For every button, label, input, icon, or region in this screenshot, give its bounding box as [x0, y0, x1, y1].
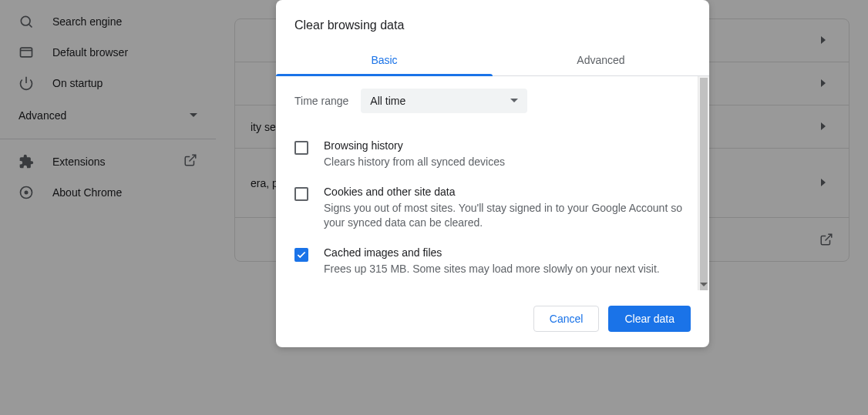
- cancel-button[interactable]: Cancel: [533, 306, 600, 332]
- scrollbar-track[interactable]: [698, 76, 709, 290]
- time-range-label: Time range: [294, 95, 348, 107]
- clear-data-button[interactable]: Clear data: [608, 306, 691, 332]
- option-description: Frees up 315 MB. Some sites may load mor…: [324, 262, 691, 277]
- scrollbar-thumb[interactable]: [700, 78, 708, 290]
- dialog-body: Time range All time Browsing history Cle…: [276, 76, 709, 290]
- dropdown-caret-icon: [510, 95, 518, 107]
- option-text: Browsing history Clears history from all…: [324, 139, 691, 170]
- option-description: Signs you out of most sites. You'll stay…: [324, 201, 691, 231]
- scrollbar-down-icon[interactable]: [698, 279, 709, 290]
- clear-browsing-data-dialog: Clear browsing data Basic Advanced Time …: [276, 0, 709, 347]
- time-range-select[interactable]: All time: [361, 89, 527, 113]
- option-browsing-history: Browsing history Clears history from all…: [294, 132, 691, 178]
- tab-advanced[interactable]: Advanced: [493, 45, 709, 75]
- option-text: Cached images and files Frees up 315 MB.…: [324, 246, 691, 277]
- option-title: Cached images and files: [324, 246, 691, 259]
- option-description: Clears history from all synced devices: [324, 155, 691, 170]
- checkbox-cached-images[interactable]: [294, 248, 308, 262]
- dialog-title: Clear browsing data: [276, 0, 709, 45]
- dialog-footer: Cancel Clear data: [276, 290, 709, 347]
- dialog-tabs: Basic Advanced: [276, 45, 709, 76]
- option-title: Browsing history: [324, 139, 691, 152]
- tab-basic[interactable]: Basic: [276, 45, 493, 75]
- time-range-value: All time: [370, 95, 405, 107]
- checkbox-cookies[interactable]: [294, 187, 308, 201]
- option-text: Cookies and other site data Signs you ou…: [324, 186, 691, 231]
- time-range-row: Time range All time: [294, 89, 691, 113]
- option-cached-images: Cached images and files Frees up 315 MB.…: [294, 239, 691, 285]
- checkbox-browsing-history[interactable]: [294, 141, 308, 155]
- option-title: Cookies and other site data: [324, 186, 691, 198]
- option-cookies: Cookies and other site data Signs you ou…: [294, 178, 691, 239]
